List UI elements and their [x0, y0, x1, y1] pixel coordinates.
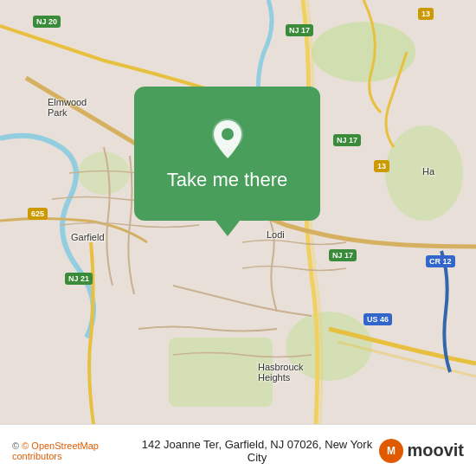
badge-625: 625 [28, 208, 48, 220]
copyright-text: © © OpenStreetMap contributors [12, 441, 134, 461]
label-elmwood-park: ElmwoodPark [48, 97, 87, 118]
label-hasbrouck-heights: HasbrouckHeights [258, 362, 304, 383]
badge-13a: 13 [418, 8, 434, 20]
svg-point-4 [78, 151, 130, 195]
map-container: NJ 20 NJ 17 NJ 17 NJ 17 NJ 21 13 13 625 … [0, 0, 476, 424]
badge-us46: US 46 [363, 313, 392, 325]
location-pin-icon [205, 117, 250, 162]
badge-nj17a: NJ 17 [286, 24, 313, 36]
label-ha: Ha [422, 166, 434, 177]
address-text: 142 Joanne Ter, Garfield, NJ 07026, New … [134, 438, 379, 464]
moovit-logo: M moovit [379, 439, 464, 463]
badge-13b: 13 [374, 160, 389, 172]
label-lodi: Lodi [267, 229, 285, 240]
bottom-bar: © © OpenStreetMap contributors 142 Joann… [0, 424, 476, 476]
svg-text:M: M [387, 445, 396, 457]
badge-nj21: NJ 21 [65, 273, 93, 285]
label-garfield: Garfield [71, 232, 105, 242]
svg-point-7 [222, 128, 234, 140]
tooltip-overlay[interactable]: Take me there [134, 87, 320, 221]
osm-link[interactable]: © OpenStreetMap contributors [12, 441, 99, 461]
svg-rect-5 [169, 338, 273, 407]
take-me-there-label: Take me there [167, 169, 287, 191]
badge-nj20: NJ 20 [33, 16, 61, 28]
badge-cr12: CR 12 [426, 255, 455, 267]
badge-nj17b: NJ 17 [333, 134, 361, 146]
moovit-text: moovit [407, 441, 464, 460]
badge-nj17c: NJ 17 [329, 249, 357, 261]
moovit-icon: M [379, 439, 403, 463]
